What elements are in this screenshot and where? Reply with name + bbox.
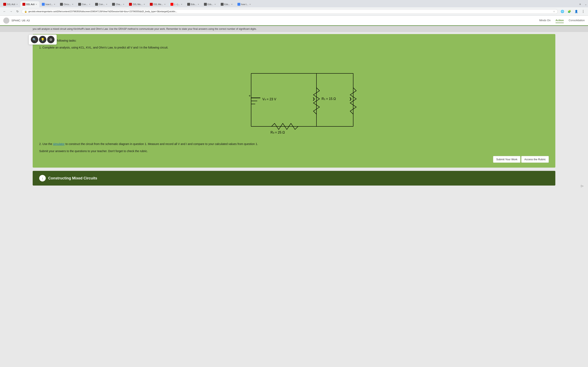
- search-tool-button[interactable]: 🔍: [31, 36, 38, 43]
- tab-close-12[interactable]: ×: [231, 3, 233, 6]
- tab-label-12: Eds...: [224, 3, 230, 6]
- tab-label-5: Con...: [99, 3, 105, 6]
- task-2: 2. Use the simulator to construct the ci…: [39, 142, 549, 146]
- browser-tab-6[interactable]: Cha...×: [110, 1, 127, 7]
- page-nav: Minds On Action Consolidation: [539, 18, 585, 23]
- tab-favicon-12: [221, 3, 224, 6]
- tab-close-10[interactable]: ×: [198, 3, 199, 6]
- browser-tab-11[interactable]: Eds...×: [202, 1, 218, 7]
- profile-icon[interactable]: 👤: [573, 8, 579, 14]
- chrome-cast-icon[interactable]: 🌐: [559, 8, 565, 14]
- tab-close-6[interactable]: ×: [123, 3, 125, 6]
- tab-favicon-5: [95, 3, 98, 6]
- tab-favicon-9: [171, 3, 173, 6]
- tab-bar: D2L Acti×D2L Acti×how t...×Circu...×Con.…: [0, 0, 588, 7]
- tab-favicon-10: [187, 3, 190, 6]
- task-1-text: Complete an analysis, using KCL, KVL, an…: [43, 46, 168, 49]
- download-icon: ↓: [39, 175, 46, 182]
- side-nav-arrow[interactable]: ⊳: [580, 184, 584, 188]
- new-tab-button[interactable]: +: [578, 2, 583, 7]
- address-bar[interactable]: 🔒 gecdsb.elearningontario.ca/d2l/le/cont…: [22, 9, 558, 14]
- browser-tab-9[interactable]: ( ♪ )...×: [168, 1, 185, 7]
- tab-label-0: D2L Acti: [7, 3, 15, 6]
- svg-text:❯: ❯: [349, 97, 352, 101]
- tab-label-10: Eds...: [191, 3, 197, 6]
- description-text: you will analyze a mixed circuit using K…: [33, 27, 257, 30]
- browser-tab-0[interactable]: D2L Acti×: [1, 1, 20, 7]
- tab-close-2[interactable]: ×: [53, 3, 56, 6]
- tab-label-6: Cha...: [116, 3, 122, 6]
- browser-chrome: D2L Acti×D2L Acti×how t...×Circu...×Con.…: [0, 0, 588, 16]
- tab-close-9[interactable]: ×: [181, 3, 183, 6]
- tab-favicon-4: [78, 3, 81, 6]
- tab-label-11: Eds...: [208, 3, 213, 6]
- browser-tab-2[interactable]: how t...×: [40, 1, 58, 7]
- reload-button[interactable]: ↻: [15, 9, 20, 14]
- back-button[interactable]: ←: [2, 9, 7, 14]
- circuit-svg: + V₀ = 23 V R₁ = 15 Ω: [231, 57, 357, 134]
- submit-work-button[interactable]: Submit Your Work: [493, 156, 520, 163]
- browser-tab-7[interactable]: D2L Me...×: [127, 1, 147, 7]
- tab-label-1: D2L Acti: [26, 3, 35, 6]
- tab-favicon-11: [204, 3, 207, 6]
- tab-action[interactable]: Action: [555, 18, 564, 23]
- browser-tab-1[interactable]: D2L Acti×: [20, 1, 39, 7]
- tab-minds-on[interactable]: Minds On: [539, 18, 551, 23]
- tab-close-7[interactable]: ×: [143, 3, 145, 6]
- tab-close-0[interactable]: ×: [16, 3, 18, 6]
- nav-icons-right: 🌐 🧩 👤 ⋮: [559, 8, 586, 14]
- task-2-suffix: to construct the circuit from the schema…: [65, 142, 258, 146]
- browser-tab-8[interactable]: D2L Me...×: [148, 1, 168, 7]
- svg-text:R₃ = 25 Ω: R₃ = 25 Ω: [270, 131, 285, 134]
- bottom-title: Constructing Mixed Circuits: [48, 176, 97, 180]
- tab-label-9: ( ♪ )...: [174, 3, 180, 6]
- page-logo: [3, 17, 9, 24]
- tab-label-13: how t...: [241, 3, 248, 6]
- tab-favicon-0: [3, 3, 6, 6]
- lightbulb-tool-button[interactable]: 💡: [39, 36, 46, 43]
- simulator-link[interactable]: simulator: [53, 142, 65, 146]
- tab-close-8[interactable]: ×: [164, 3, 166, 6]
- extension-icon[interactable]: 🧩: [566, 8, 572, 14]
- page-header: SPH4C: U6: A3 Minds On Action Consolidat…: [0, 16, 588, 26]
- tab-close-13[interactable]: ×: [249, 3, 251, 6]
- main-content: Complete the following tasks: 1. Complet…: [0, 32, 588, 188]
- svg-text:❯: ❯: [312, 97, 315, 101]
- browser-tab-12[interactable]: Eds...×: [219, 1, 235, 7]
- svg-text:R₁ = 15 Ω: R₁ = 15 Ω: [321, 97, 336, 100]
- tab-close-11[interactable]: ×: [214, 3, 216, 6]
- forward-button[interactable]: →: [9, 9, 13, 14]
- task-footer: Submit your answers to the questions to …: [39, 150, 549, 153]
- tab-close-4[interactable]: ×: [89, 3, 91, 6]
- content-card: Complete the following tasks: 1. Complet…: [33, 34, 555, 167]
- svg-text:+: +: [249, 94, 251, 98]
- tab-favicon-7: [129, 3, 132, 6]
- tab-label-7: D2L Me...: [133, 3, 142, 6]
- tab-close-5[interactable]: ×: [105, 3, 108, 6]
- bottom-card: ↓ Constructing Mixed Circuits: [33, 171, 555, 185]
- address-text: gecdsb.elearningontario.ca/d2l/le/conten…: [28, 10, 552, 13]
- circuit-diagram: + V₀ = 23 V R₁ = 15 Ω: [39, 53, 549, 139]
- tab-consolidation[interactable]: Consolidation: [569, 18, 585, 23]
- svg-text:V₀ = 23 V: V₀ = 23 V: [262, 98, 276, 101]
- tab-close-3[interactable]: ×: [72, 3, 74, 6]
- tab-label-8: D2L Me...: [154, 3, 163, 6]
- tab-favicon-6: [112, 3, 115, 6]
- description-bar: you will analyze a mixed circuit using K…: [0, 26, 588, 32]
- tab-overflow-button[interactable]: ⌄: [585, 3, 587, 6]
- browser-tab-5[interactable]: Con...×: [93, 1, 110, 7]
- browser-tab-4[interactable]: Con...×: [76, 1, 93, 7]
- tab-close-1[interactable]: ×: [35, 3, 37, 6]
- button-row: Submit Your Work Access the Rubric: [39, 156, 549, 163]
- task-1-number: 1.: [39, 46, 42, 49]
- tab-favicon-2: [42, 3, 45, 6]
- access-rubric-button[interactable]: Access the Rubric: [521, 156, 549, 163]
- tab-favicon-1: [22, 3, 25, 6]
- browser-tab-3[interactable]: Circu...×: [58, 1, 76, 7]
- menu-button[interactable]: ⋮: [580, 8, 586, 14]
- browser-tab-13[interactable]: how t...×: [235, 1, 253, 7]
- bookmark-icon[interactable]: ☆: [553, 10, 555, 13]
- lock-icon: 🔒: [24, 10, 27, 13]
- browser-tab-10[interactable]: Eds...×: [185, 1, 201, 7]
- settings-tool-button[interactable]: ⚙: [47, 36, 54, 43]
